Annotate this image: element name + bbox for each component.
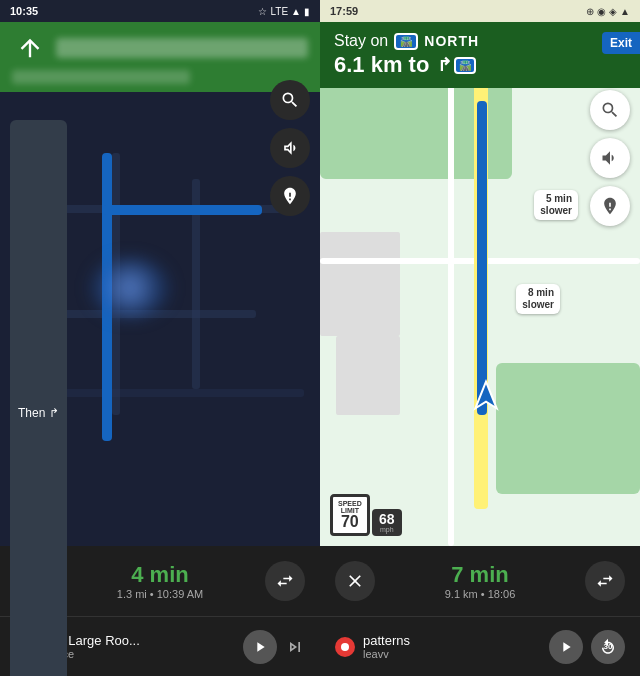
left-map-buttons	[270, 80, 310, 216]
right-bottom-nav: 7 min 9.1 km • 18:06	[320, 546, 640, 616]
left-music-controls	[243, 630, 305, 664]
left-play-button[interactable]	[243, 630, 277, 664]
left-music-title: In A Large Roo...	[43, 633, 243, 648]
left-music-artist: Prince	[43, 648, 243, 660]
left-distance: 1.3 mi	[117, 588, 147, 600]
houses-2	[336, 336, 400, 415]
right-music-icon-inner	[341, 643, 349, 651]
left-skip-button[interactable]	[285, 637, 305, 657]
right-nav-banner: Exit Stay on 🛣️ NORTH 6.1 km to ↱ 🛣️	[320, 22, 640, 88]
right-map-buttons	[590, 90, 630, 226]
route-road	[477, 101, 487, 415]
speed-limit-area: SPEEDLIMIT 70 68 mph	[330, 494, 402, 536]
speed-limit-box: SPEEDLIMIT 70	[330, 494, 370, 536]
volume-button[interactable]	[270, 128, 310, 168]
right-music-artist: leavv	[363, 648, 549, 660]
right-arrival: 18:06	[488, 588, 516, 600]
highway-shield-icon: 🛣️	[400, 36, 412, 47]
right-eta-info: 7 min 9.1 km • 18:06	[445, 562, 516, 600]
road-h2	[64, 310, 256, 318]
lte-icon: LTE	[270, 6, 288, 17]
left-status-bar: 10:35 ☆ LTE ▲ ▮	[0, 0, 320, 22]
right-music-title: patterns	[363, 633, 549, 648]
nav-street-name	[56, 38, 308, 58]
right-add-stop-button[interactable]	[590, 186, 630, 226]
left-time: 10:35	[10, 5, 38, 17]
right-separator: •	[481, 588, 488, 600]
current-speed-value: 68	[377, 512, 397, 526]
nav-sub-street	[12, 70, 190, 84]
right-play-button[interactable]	[549, 630, 583, 664]
right-status-icons: ⊕ ◉ ◈ ▲	[586, 6, 630, 17]
left-eta-time: 4 min	[117, 562, 203, 588]
right-nav-title: Stay on 🛣️ NORTH	[334, 32, 626, 50]
distance-label: 6.1 km to	[334, 52, 429, 78]
search-button[interactable]	[270, 80, 310, 120]
traffic-marker-1: 5 minslower	[534, 190, 578, 220]
then-label: Then	[18, 406, 45, 420]
current-speed-unit: mph	[377, 526, 397, 533]
turn-arrow-icon: ↱	[437, 54, 452, 76]
nav-up-arrow-icon	[12, 30, 48, 66]
right-status-bar: 17:59 ⊕ ◉ ◈ ▲	[320, 0, 640, 22]
left-status-icons: ☆ LTE ▲ ▮	[258, 6, 310, 17]
location-arrow	[470, 379, 502, 415]
svg-marker-0	[476, 382, 497, 409]
right-icon2: ◉	[597, 6, 606, 17]
speed-limit-value: 70	[338, 514, 362, 530]
left-eta-info: 4 min 1.3 mi • 10:39 AM	[117, 562, 203, 600]
houses-1	[320, 232, 400, 337]
right-nav-distance: 6.1 km to ↱ 🛣️	[334, 52, 626, 78]
add-stop-button[interactable]	[270, 176, 310, 216]
right-music-info: patterns leavv	[363, 633, 549, 660]
then-badge: Then ↱	[10, 120, 67, 676]
replay-number: 30	[604, 642, 613, 651]
route-options-button[interactable]	[265, 561, 305, 601]
current-speed-box: 68 mph	[372, 509, 402, 536]
battery-icon: ▮	[304, 6, 310, 17]
left-panel: 10:35 ☆ LTE ▲ ▮ Then ↱	[0, 0, 320, 676]
speed-limit-label: SPEEDLIMIT	[338, 500, 362, 514]
left-arrival: 10:39 AM	[157, 588, 203, 600]
right-replay-button[interactable]: 30	[591, 630, 625, 664]
left-eta-details: 1.3 mi • 10:39 AM	[117, 588, 203, 600]
right-music-player: patterns leavv 30	[320, 616, 640, 676]
right-icon1: ⊕	[586, 6, 594, 17]
turn-icons: ↱ 🛣️	[437, 54, 476, 76]
left-music-info: In A Large Roo... Prince	[43, 633, 243, 660]
signal-bars-icon: ▲	[291, 6, 301, 17]
route-highlight-h	[102, 205, 262, 215]
right-icon3: ◈	[609, 6, 617, 17]
right-search-button[interactable]	[590, 90, 630, 130]
right-eta-time: 7 min	[445, 562, 516, 588]
right-time: 17:59	[330, 5, 358, 17]
right-signal-icon: ▲	[620, 6, 630, 17]
signal-icon: ☆	[258, 6, 267, 17]
dest-highway-badge: 🛣️	[454, 57, 476, 74]
right-panel: 17:59 ⊕ ◉ ◈ ▲ Exit Stay on 🛣️ NORTH 6.1 …	[320, 0, 640, 676]
highway-badge: 🛣️	[394, 33, 418, 50]
right-distance: 9.1 km	[445, 588, 478, 600]
left-separator: •	[150, 588, 157, 600]
light-road-v1	[448, 22, 454, 546]
right-close-button[interactable]	[335, 561, 375, 601]
exit-badge: Exit	[602, 32, 640, 54]
right-route-options-button[interactable]	[585, 561, 625, 601]
traffic-marker-2: 8 minslower	[516, 284, 560, 314]
direction-label: NORTH	[424, 33, 479, 49]
right-music-service-icon	[335, 637, 355, 657]
right-eta-details: 9.1 km • 18:06	[445, 588, 516, 600]
car-position-blob	[90, 258, 170, 318]
green-area-2	[496, 363, 640, 494]
then-arrow-icon: ↱	[49, 406, 59, 420]
right-volume-button[interactable]	[590, 138, 630, 178]
nav-arrow-row	[12, 30, 308, 66]
right-music-controls: 30	[549, 630, 625, 664]
stay-on-label: Stay on	[334, 32, 388, 50]
